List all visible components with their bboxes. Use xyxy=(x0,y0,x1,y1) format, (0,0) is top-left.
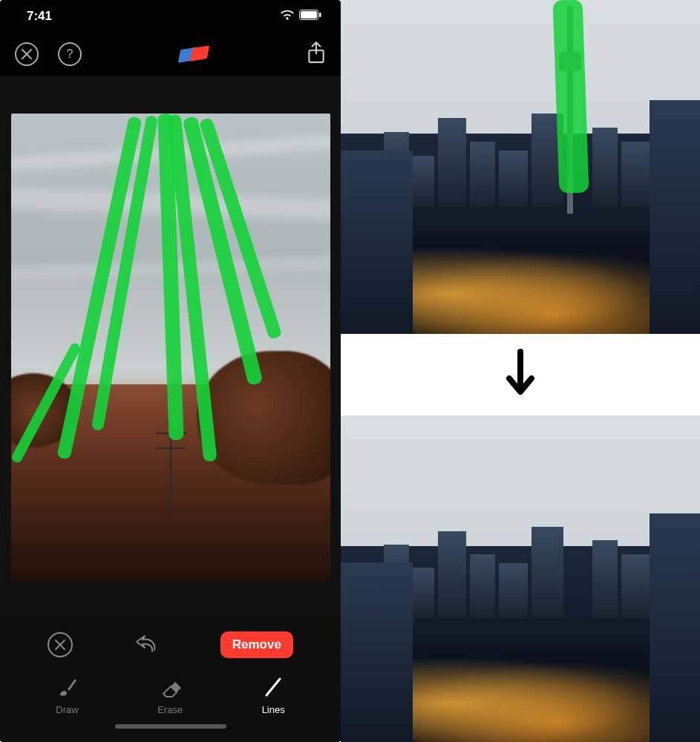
svg-line-4 xyxy=(266,679,280,695)
eraser-icon xyxy=(159,673,181,698)
tool-label: Erase xyxy=(157,704,183,715)
help-glyph: ? xyxy=(67,47,73,61)
tool-label: Draw xyxy=(56,704,78,715)
svg-rect-2 xyxy=(319,13,321,17)
brush-icon xyxy=(56,673,78,698)
tool-erase[interactable]: Erase xyxy=(157,673,183,715)
tool-draw[interactable]: Draw xyxy=(56,673,78,715)
photo-canvas[interactable] xyxy=(0,76,341,618)
status-bar: 7:41 xyxy=(0,0,341,33)
battery-icon xyxy=(299,9,321,24)
bottom-toolbar: Remove Draw Erase Lines xyxy=(0,618,341,742)
arrow-down-icon xyxy=(341,334,700,416)
top-toolbar: ? xyxy=(0,33,341,76)
before-image xyxy=(341,0,700,334)
share-button[interactable] xyxy=(307,42,326,67)
status-time: 7:41 xyxy=(27,9,52,24)
line-icon xyxy=(262,673,284,698)
cancel-selection-button[interactable] xyxy=(48,632,73,657)
help-button[interactable]: ? xyxy=(58,42,82,66)
tool-lines[interactable]: Lines xyxy=(262,673,285,715)
before-after-panel xyxy=(341,0,700,742)
undo-button[interactable] xyxy=(135,634,157,656)
wifi-icon xyxy=(280,9,295,24)
svg-rect-1 xyxy=(301,11,317,19)
tool-label: Lines xyxy=(262,704,285,715)
eraser-tool-icon[interactable] xyxy=(180,44,209,65)
edited-photo xyxy=(11,114,330,581)
remove-button[interactable]: Remove xyxy=(220,631,293,658)
close-button[interactable] xyxy=(15,42,39,66)
after-image xyxy=(341,416,700,742)
home-indicator xyxy=(115,724,226,729)
phone-screen: 7:41 ? xyxy=(0,0,341,742)
